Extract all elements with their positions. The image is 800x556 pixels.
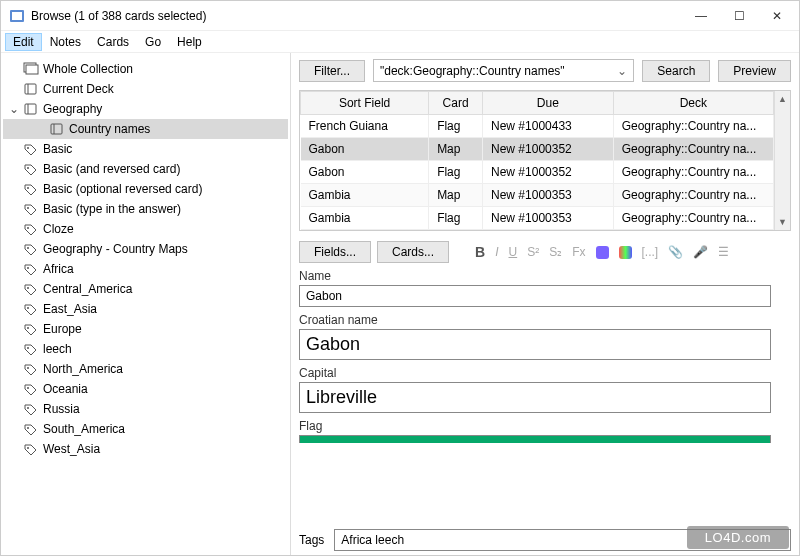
field-input-croatian[interactable] bbox=[299, 329, 771, 360]
sidebar-item-label: Geography - Country Maps bbox=[43, 242, 188, 256]
underline-icon[interactable]: U bbox=[509, 245, 518, 259]
field-input-flag[interactable] bbox=[299, 435, 771, 443]
field-label-capital: Capital bbox=[299, 366, 771, 380]
maximize-button[interactable]: ☐ bbox=[729, 9, 749, 23]
sidebar-item-label: North_America bbox=[43, 362, 123, 376]
table-row[interactable]: GabonMapNew #1000352Geography::Country n… bbox=[301, 138, 774, 161]
sidebar-item[interactable]: Basic (optional reversed card) bbox=[3, 179, 288, 199]
sidebar-item[interactable]: Current Deck bbox=[3, 79, 288, 99]
menu-help[interactable]: Help bbox=[169, 33, 210, 51]
attach-icon[interactable]: 📎 bbox=[668, 245, 683, 259]
sidebar-item[interactable]: Cloze bbox=[3, 219, 288, 239]
menu-cards[interactable]: Cards bbox=[89, 33, 137, 51]
table-cell: Geography::Country na... bbox=[613, 184, 773, 207]
col-deck[interactable]: Deck bbox=[613, 92, 773, 115]
sidebar-item[interactable]: South_America bbox=[3, 419, 288, 439]
filter-button[interactable]: Filter... bbox=[299, 60, 365, 82]
sidebar-item-label: Cloze bbox=[43, 222, 74, 236]
svg-rect-6 bbox=[25, 104, 36, 114]
svg-point-24 bbox=[27, 427, 29, 429]
record-icon[interactable]: 🎤 bbox=[693, 245, 708, 259]
table-row[interactable]: GambiaFlagNew #1000353Geography::Country… bbox=[301, 207, 774, 230]
close-button[interactable]: ✕ bbox=[767, 9, 787, 23]
svg-rect-4 bbox=[25, 84, 36, 94]
field-label-flag: Flag bbox=[299, 419, 771, 433]
sidebar-item[interactable]: Oceania bbox=[3, 379, 288, 399]
sidebar-item[interactable]: Country names bbox=[3, 119, 288, 139]
sidebar-item-label: Russia bbox=[43, 402, 80, 416]
col-sort-field[interactable]: Sort Field bbox=[301, 92, 429, 115]
text-color-icon[interactable] bbox=[596, 246, 609, 259]
subscript-icon[interactable]: S₂ bbox=[549, 245, 562, 259]
svg-point-20 bbox=[27, 347, 29, 349]
svg-point-23 bbox=[27, 407, 29, 409]
table-cell: Map bbox=[429, 184, 483, 207]
sidebar-item-label: Oceania bbox=[43, 382, 88, 396]
table-cell: New #1000353 bbox=[483, 184, 614, 207]
sidebar-item[interactable]: Russia bbox=[3, 399, 288, 419]
table-cell: Gabon bbox=[301, 138, 429, 161]
search-combo[interactable]: "deck:Geography::Country names" ⌄ bbox=[373, 59, 634, 82]
sidebar-item-label: Europe bbox=[43, 322, 82, 336]
italic-icon[interactable]: I bbox=[495, 245, 498, 259]
card-table: Sort Field Card Due Deck French GuianaFl… bbox=[299, 90, 791, 231]
menu-go[interactable]: Go bbox=[137, 33, 169, 51]
sidebar-item[interactable]: Central_America bbox=[3, 279, 288, 299]
col-card[interactable]: Card bbox=[429, 92, 483, 115]
sidebar-item-label: Central_America bbox=[43, 282, 132, 296]
more-icon[interactable]: ☰ bbox=[718, 245, 729, 259]
sidebar-item[interactable]: ⌄Geography bbox=[3, 99, 288, 119]
sidebar-item[interactable]: Geography - Country Maps bbox=[3, 239, 288, 259]
sidebar-item[interactable]: Basic (type in the answer) bbox=[3, 199, 288, 219]
chevron-icon[interactable]: ⌄ bbox=[9, 102, 19, 116]
highlight-color-icon[interactable] bbox=[619, 246, 632, 259]
sidebar-item-label: Basic (type in the answer) bbox=[43, 202, 181, 216]
clear-format-icon[interactable]: Fx bbox=[572, 245, 585, 259]
field-input-name[interactable] bbox=[299, 285, 771, 307]
sidebar-item[interactable]: Basic (and reversed card) bbox=[3, 159, 288, 179]
sidebar-item[interactable]: North_America bbox=[3, 359, 288, 379]
svg-point-18 bbox=[27, 307, 29, 309]
table-cell: New #1000352 bbox=[483, 138, 614, 161]
tag-icon bbox=[23, 182, 39, 196]
tag-icon bbox=[23, 382, 39, 396]
field-input-capital[interactable] bbox=[299, 382, 771, 413]
editor-toolbar: Fields... Cards... B I U S² S₂ Fx [...] … bbox=[299, 241, 791, 263]
sidebar-item[interactable]: leech bbox=[3, 339, 288, 359]
sidebar-item[interactable]: Basic bbox=[3, 139, 288, 159]
tag-icon bbox=[23, 262, 39, 276]
scroll-down-icon[interactable]: ▼ bbox=[778, 214, 787, 230]
sidebar-item-label: leech bbox=[43, 342, 72, 356]
svg-point-25 bbox=[27, 447, 29, 449]
col-due[interactable]: Due bbox=[483, 92, 614, 115]
sidebar-item[interactable]: East_Asia bbox=[3, 299, 288, 319]
table-scrollbar[interactable]: ▲ ▼ bbox=[774, 91, 790, 230]
sidebar-item[interactable]: West_Asia bbox=[3, 439, 288, 459]
menu-notes[interactable]: Notes bbox=[42, 33, 89, 51]
table-cell: Geography::Country na... bbox=[613, 115, 773, 138]
sidebar-item[interactable]: Europe bbox=[3, 319, 288, 339]
cloze-icon[interactable]: [...] bbox=[642, 245, 659, 259]
cards-button[interactable]: Cards... bbox=[377, 241, 449, 263]
search-button[interactable]: Search bbox=[642, 60, 710, 82]
tag-icon bbox=[23, 362, 39, 376]
menu-edit[interactable]: Edit bbox=[5, 33, 42, 51]
bold-icon[interactable]: B bbox=[475, 244, 485, 260]
table-row[interactable]: GambiaMapNew #1000353Geography::Country … bbox=[301, 184, 774, 207]
sidebar-item-label: Basic (and reversed card) bbox=[43, 162, 180, 176]
preview-button[interactable]: Preview bbox=[718, 60, 791, 82]
fields-button[interactable]: Fields... bbox=[299, 241, 371, 263]
superscript-icon[interactable]: S² bbox=[527, 245, 539, 259]
sidebar-item[interactable]: Whole Collection bbox=[3, 59, 288, 79]
window-title: Browse (1 of 388 cards selected) bbox=[31, 9, 691, 23]
minimize-button[interactable]: — bbox=[691, 9, 711, 23]
tag-icon bbox=[23, 342, 39, 356]
svg-point-16 bbox=[27, 267, 29, 269]
scroll-up-icon[interactable]: ▲ bbox=[778, 91, 787, 107]
watermark: LO4D.com bbox=[687, 526, 789, 549]
tag-icon bbox=[23, 402, 39, 416]
table-row[interactable]: GabonFlagNew #1000352Geography::Country … bbox=[301, 161, 774, 184]
table-row[interactable]: French GuianaFlagNew #1000433Geography::… bbox=[301, 115, 774, 138]
sidebar-item[interactable]: Africa bbox=[3, 259, 288, 279]
table-cell: Gambia bbox=[301, 184, 429, 207]
